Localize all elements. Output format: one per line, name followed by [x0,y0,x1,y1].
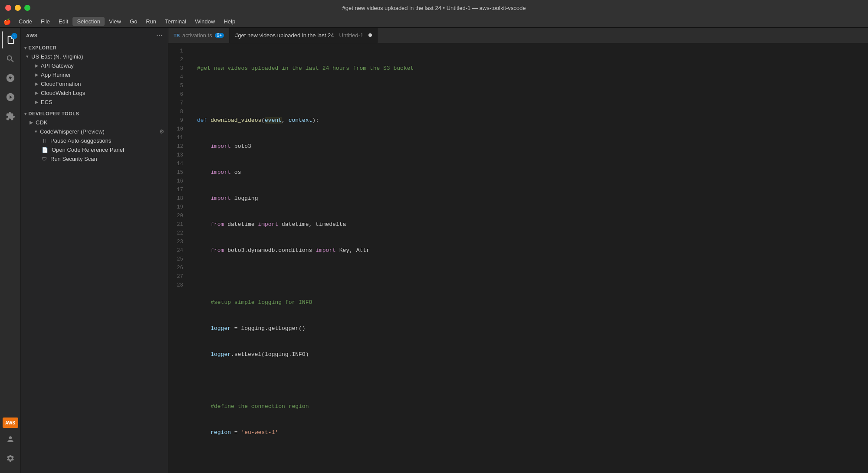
minimize-button[interactable] [15,5,21,11]
tab-activation-ts[interactable]: TS activation.ts 9+ [168,28,230,43]
run-security-scan-item[interactable]: 🛡 Run Security Scan [21,154,168,163]
line-num-15: 15 [168,168,187,177]
code-line-5: import os [197,168,868,177]
codewhisperer-left: ▾ CodeWhisperer (Preview) [35,128,105,135]
menu-view[interactable]: View [105,17,125,26]
sidebar: AWS ··· ▾ EXPLORER ▾ US East (N. Virgini… [21,28,168,473]
api-gateway-item[interactable]: ▶ API Gateway [21,61,168,70]
line-num-28: 28 [168,281,187,290]
code-line-13 [197,376,868,385]
line-num-16: 16 [168,177,187,186]
cloudwatch-logs-item[interactable]: ▶ CloudWatch Logs [21,88,168,98]
app-runner-item[interactable]: ▶ App Runner [21,70,168,79]
code-reference-label: Open Code Reference Panel [52,147,124,153]
code-content[interactable]: #get new videos uploaded in the last 24 … [190,43,868,473]
code-line-3: def download_videos(event, context): [197,116,868,125]
cloudformation-chevron-icon: ▶ [35,81,38,87]
code-line-4: import boto3 [197,142,868,151]
line-num-27: 27 [168,272,187,281]
activity-extensions[interactable] [2,108,19,125]
activity-search[interactable] [2,50,19,68]
code-line-2 [197,90,868,99]
line-num-20: 20 [168,212,187,220]
menu-go[interactable]: Go [125,17,141,26]
activity-account[interactable] [3,431,18,447]
ecs-label: ECS [41,99,53,105]
activity-settings[interactable] [3,450,18,466]
activity-source-control[interactable] [2,69,19,87]
pause-auto-suggestions-item[interactable]: ⏸ Pause Auto-suggestions [21,136,168,145]
tab-activation-label: activation.ts [182,32,212,39]
line-num-3: 3 [168,64,187,73]
line-num-23: 23 [168,238,187,246]
menu-run[interactable]: Run [141,17,161,26]
tab-name-label: Untitled-1 [339,32,364,39]
ecs-item[interactable]: ▶ ECS [21,98,168,107]
api-gateway-chevron-icon: ▶ [35,63,38,69]
menu-selection[interactable]: Selection [72,17,104,26]
cloudformation-label: CloudFormation [41,81,81,87]
open-code-reference-item[interactable]: 📄 Open Code Reference Panel [21,145,168,154]
close-button[interactable] [5,5,11,11]
line-num-10: 10 [168,125,187,134]
menu-help[interactable]: Help [219,17,240,26]
code-line-11: logger = logging.getLogger() [197,324,868,333]
activity-explorer[interactable]: 1 [2,31,19,49]
pause-icon: ⏸ [42,138,47,144]
code-line-6: import logging [197,194,868,203]
line-num-1: 1 [168,47,187,55]
code-line-10: #setup simple logging for INFO [197,298,868,307]
menu-code[interactable]: Code [14,17,36,26]
app-runner-chevron-icon: ▶ [35,72,38,78]
line-num-6: 6 [168,90,187,99]
cloudwatch-chevron-icon: ▶ [35,90,38,96]
cdk-chevron-icon: ▶ [30,120,33,125]
ecs-chevron-icon: ▶ [35,99,38,105]
region-item[interactable]: ▾ US East (N. Virginia) [21,52,168,61]
cdk-label: CDK [36,119,47,126]
cdk-item[interactable]: ▶ CDK [21,118,168,127]
activity-bar: 1 AWS [0,28,21,473]
menu-terminal[interactable]: Terminal [161,17,191,26]
codewhisperer-chevron-icon: ▾ [35,129,37,134]
aws-icon[interactable]: AWS [3,418,18,428]
explorer-chevron: ▾ [24,46,27,50]
line-num-19: 19 [168,203,187,212]
codewhisperer-settings-icon[interactable]: ⚙ [159,128,164,135]
code-line-9 [197,272,868,281]
tab-main-file[interactable]: #get new videos uploaded in the last 24 … [230,28,378,43]
developer-tools-header[interactable]: ▾ DEVELOPER TOOLS [21,108,168,118]
line-numbers: 1 2 3 4 5 6 7 8 9 10 11 12 13 14 15 16 1… [168,43,190,473]
line-num-22: 22 [168,229,187,238]
menu-edit[interactable]: Edit [54,17,72,26]
api-gateway-label: API Gateway [41,62,74,69]
tab-activation-badge: 9+ [215,33,224,38]
menu-bar: 🍎 Code File Edit Selection View Go Run T… [0,16,868,28]
line-num-24: 24 [168,246,187,255]
cloudformation-item[interactable]: ▶ CloudFormation [21,79,168,88]
security-scan-label: Run Security Scan [50,156,97,162]
activity-run[interactable] [2,88,19,106]
code-line-12: logger.setLevel(logging.INFO) [197,350,868,359]
tab-main-label: #get new videos uploaded in the last 24 [235,32,334,39]
codewhisperer-item[interactable]: ▾ CodeWhisperer (Preview) ⚙ [21,127,168,136]
app-runner-label: App Runner [41,72,71,78]
line-num-7: 7 [168,99,187,108]
developer-tools-chevron-icon: ▾ [24,111,27,116]
cloudwatch-label: CloudWatch Logs [41,90,85,96]
pause-label: Pause Auto-suggestions [50,137,111,144]
title-bar: #get new videos uploaded in the last 24 … [0,0,868,16]
menu-file[interactable]: File [36,17,54,26]
menu-window[interactable]: Window [191,17,219,26]
code-editor[interactable]: 1 2 3 4 5 6 7 8 9 10 11 12 13 14 15 16 1… [168,43,868,473]
sidebar-menu-button[interactable]: ··· [156,32,163,39]
maximize-button[interactable] [24,5,30,11]
shield-icon: 🛡 [42,156,47,162]
developer-tools-label: DEVELOPER TOOLS [29,111,79,116]
explorer-section-header[interactable]: ▾ EXPLORER [21,43,168,52]
line-num-12: 12 [168,142,187,151]
code-line-16 [197,454,868,463]
line-num-25: 25 [168,255,187,264]
line-num-18: 18 [168,194,187,203]
editor-area: TS activation.ts 9+ #get new videos uplo… [168,28,868,473]
